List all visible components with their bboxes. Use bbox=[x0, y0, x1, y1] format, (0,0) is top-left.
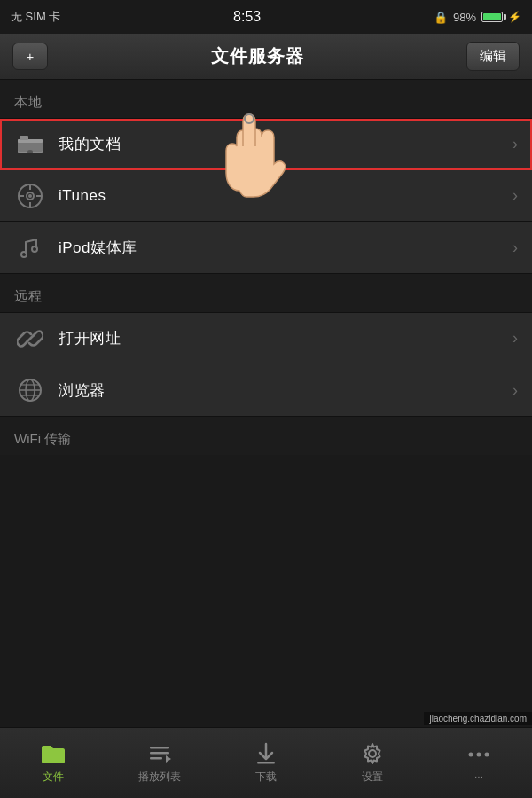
svg-line-14 bbox=[27, 335, 34, 342]
svg-point-30 bbox=[485, 753, 489, 757]
ipod-label: iPod媒体库 bbox=[59, 238, 505, 258]
download-icon bbox=[253, 742, 279, 765]
browser-item[interactable]: 浏览器 › bbox=[0, 364, 532, 416]
svg-point-12 bbox=[21, 252, 27, 257]
page-title: 文件服务器 bbox=[211, 44, 304, 68]
open-url-chevron: › bbox=[512, 329, 518, 348]
tab-download[interactable]: 下载 bbox=[213, 728, 319, 798]
dots-icon bbox=[466, 743, 492, 766]
content-area: 本地 我的文档 › bbox=[0, 80, 532, 455]
itunes-chevron: › bbox=[512, 186, 518, 205]
itunes-label: iTunes bbox=[59, 187, 505, 205]
tab-playlist[interactable]: 播放列表 bbox=[106, 728, 213, 798]
browser-chevron: › bbox=[512, 381, 518, 400]
ipod-chevron: › bbox=[512, 239, 518, 257]
edit-button[interactable]: 编辑 bbox=[466, 42, 520, 71]
link-icon bbox=[14, 323, 46, 355]
browser-label: 浏览器 bbox=[59, 380, 505, 401]
bolt-icon: ⚡ bbox=[508, 11, 521, 23]
ipod-item[interactable]: iPod媒体库 › bbox=[0, 222, 532, 273]
local-section-header: 本地 bbox=[0, 80, 532, 118]
settings-tab-label: 设置 bbox=[362, 770, 383, 785]
my-docs-item[interactable]: 我的文档 › bbox=[0, 119, 532, 170]
carrier-label: 无 SIM 卡 bbox=[11, 9, 60, 25]
files-tab-label: 文件 bbox=[43, 770, 64, 785]
svg-rect-23 bbox=[150, 757, 162, 760]
lock-icon: 🔒 bbox=[434, 11, 448, 24]
svg-rect-21 bbox=[150, 747, 169, 749]
svg-rect-22 bbox=[150, 752, 169, 755]
tab-settings[interactable]: 设置 bbox=[319, 728, 426, 798]
status-right: 🔒 98% ⚡ bbox=[434, 11, 521, 24]
battery-percent: 98% bbox=[453, 11, 476, 24]
nav-bar: + 文件服务器 编辑 bbox=[0, 34, 532, 80]
battery-icon bbox=[481, 12, 503, 22]
svg-point-28 bbox=[469, 753, 473, 757]
local-list-group: 我的文档 › iTunes › bbox=[0, 118, 532, 274]
add-button[interactable]: + bbox=[12, 43, 48, 70]
svg-rect-4 bbox=[20, 136, 28, 140]
remote-section-header: 远程 bbox=[0, 274, 532, 312]
svg-point-2 bbox=[27, 150, 33, 153]
tab-files[interactable]: 文件 bbox=[0, 728, 106, 798]
gear-icon bbox=[359, 742, 386, 765]
remote-list-group: 打开网址 › 浏览器 › bbox=[0, 312, 532, 417]
svg-point-13 bbox=[32, 246, 37, 252]
tab-more[interactable]: ··· bbox=[426, 728, 532, 798]
drive-icon bbox=[14, 129, 46, 160]
itunes-icon bbox=[14, 180, 46, 212]
more-tab-label: ··· bbox=[474, 771, 483, 783]
my-docs-label: 我的文档 bbox=[59, 134, 505, 154]
itunes-item[interactable]: iTunes › bbox=[0, 170, 532, 222]
open-url-label: 打开网址 bbox=[59, 328, 505, 348]
svg-point-29 bbox=[477, 753, 481, 757]
svg-point-27 bbox=[369, 750, 376, 757]
status-bar: 无 SIM 卡 8:53 🔒 98% ⚡ bbox=[0, 0, 532, 34]
watermark: jiaocheng.chazidian.com bbox=[424, 712, 532, 725]
svg-marker-24 bbox=[166, 755, 171, 763]
download-tab-label: 下载 bbox=[255, 770, 277, 785]
folder-icon bbox=[40, 742, 66, 765]
wifi-section-header: WiFi 传输 bbox=[0, 417, 532, 455]
list-icon bbox=[146, 742, 173, 765]
svg-rect-25 bbox=[257, 762, 275, 764]
my-docs-chevron: › bbox=[512, 135, 518, 153]
time-label: 8:53 bbox=[233, 9, 261, 25]
open-url-item[interactable]: 打开网址 › bbox=[0, 313, 532, 364]
ipod-icon bbox=[14, 231, 46, 263]
svg-point-11 bbox=[28, 194, 32, 198]
playlist-tab-label: 播放列表 bbox=[138, 770, 181, 785]
tab-bar: 文件 播放列表 下载 bbox=[0, 727, 532, 798]
globe-icon bbox=[14, 374, 46, 406]
